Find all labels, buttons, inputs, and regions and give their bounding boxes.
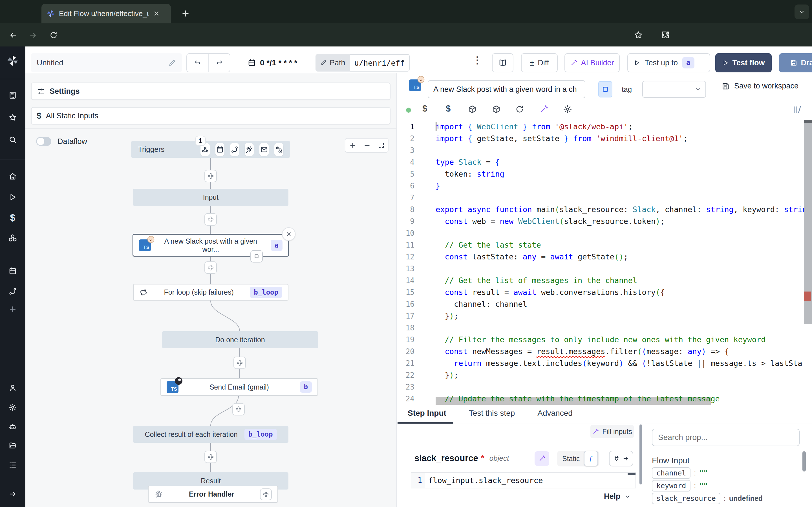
for-loop-node[interactable]: For loop (skip failures) b_loop [133,284,289,300]
path-chip[interactable]: Path [315,54,350,71]
websocket-trigger-button[interactable] [245,143,254,156]
input-node[interactable]: Input [133,189,289,206]
insert-step-button[interactable] [204,262,217,274]
route-trigger-button[interactable] [230,143,239,156]
schedules-calendar-icon[interactable] [8,267,17,275]
tab-search-button[interactable] [795,4,809,19]
delete-step-button[interactable] [282,227,296,241]
favorites-star-icon[interactable] [8,113,17,122]
cache-checkbox-button[interactable] [598,81,612,98]
prop-key[interactable]: slack_resource [652,493,720,504]
edit-pencil-icon[interactable] [168,59,176,67]
ai-builder-button[interactable]: AI Builder [564,53,620,72]
save-to-workspace-button[interactable]: Save to workspace [721,82,799,91]
more-menu-icon[interactable]: ⋮ [472,54,482,66]
insert-step-button[interactable] [204,451,217,463]
home-icon[interactable] [8,172,17,180]
step-b-node[interactable]: TS Send Email (gmail) b [160,378,318,396]
browser-tab[interactable]: Edit Flow u/henri/effective_un [42,4,171,23]
prop-key[interactable]: channel [652,467,691,479]
tab-step-input[interactable]: Step Input [408,409,446,418]
dollar-icon[interactable]: $ [422,104,427,114]
folders-icon[interactable] [8,441,17,450]
poll-trigger-button[interactable] [274,143,283,156]
user-icon[interactable] [8,384,17,392]
expression-editor[interactable]: 1 flow_input.slack_resource [411,472,636,489]
bookmark-star-icon[interactable] [634,31,643,40]
path-value: u/henri/eff [354,59,405,67]
insert-step-button[interactable] [232,403,245,415]
email-trigger-button[interactable] [259,143,268,156]
variables-dollar-icon[interactable]: $ [8,212,17,223]
add-error-handler-button[interactable] [260,489,272,500]
tab-close-icon[interactable] [153,10,160,17]
reload-icon[interactable] [49,31,58,40]
insert-step-button[interactable] [234,356,246,369]
schedule-summary[interactable]: 0 */1 * * * * [248,53,297,72]
redo-button[interactable] [209,54,230,72]
diff-button[interactable]: ±Diff [521,53,558,72]
package-icon[interactable] [468,105,477,114]
error-handler-node[interactable]: Error Handler [148,486,278,503]
step-a-badge: a [271,240,283,251]
tab-test-this-step[interactable]: Test this step [469,409,515,418]
workers-robot-icon[interactable] [8,422,17,431]
code-editor[interactable]: 123456789101112131415161718192021222324 … [397,120,812,405]
undo-button[interactable] [187,54,209,72]
collect-result-node[interactable]: Collect result of each iteration b_loop [133,426,289,443]
audit-logs-icon[interactable] [8,461,17,469]
windmill-logo[interactable] [6,54,19,67]
tag-select[interactable] [642,81,706,98]
connect-input-button[interactable] [609,451,633,466]
code-line: const result = await web.conversations.h… [436,286,665,298]
settings-gear-icon[interactable] [8,403,17,411]
routes-icon[interactable] [8,287,17,295]
new-tab-icon[interactable] [181,9,190,18]
triggers-node[interactable]: Triggers 1 [131,141,290,158]
insert-step-button[interactable] [204,170,217,182]
package-icon[interactable] [492,105,501,114]
insert-step-button[interactable] [204,213,217,226]
prop-key[interactable]: keyword [652,480,691,492]
extensions-puzzle-icon[interactable] [661,31,670,40]
test-flow-button[interactable]: Test flow [715,53,772,72]
forward-icon[interactable] [29,31,37,40]
props-scrollbar-thumb[interactable] [802,451,806,471]
static-expr-toggle[interactable]: Static ƒ [557,451,599,466]
search-icon[interactable] [8,135,17,144]
add-plus-icon[interactable] [8,305,17,314]
schedule-trigger-button[interactable] [215,143,224,156]
runs-play-icon[interactable] [8,193,17,202]
path-input[interactable]: u/henri/eff [350,54,410,71]
draft-button[interactable]: Draft [779,53,812,72]
pin-output-button[interactable] [250,250,263,263]
collapse-arrow-icon[interactable] [8,490,17,498]
prop-row[interactable]: keyword : "" [652,480,708,492]
test-up-to-button[interactable]: Test up to a [627,53,710,72]
fill-inputs-button[interactable]: Fill inputs [591,425,634,438]
form-scrollbar-thumb[interactable] [640,425,642,485]
reset-icon[interactable] [515,105,524,114]
flow-name-field[interactable]: Untitled [31,53,182,72]
search-prop-input[interactable] [652,429,800,446]
tab-advanced[interactable]: Advanced [538,409,573,418]
ai-suggest-button[interactable] [535,451,549,466]
for-loop-title: For loop (skip failures) [153,288,244,296]
back-icon[interactable] [9,31,17,40]
step-title-input[interactable] [428,80,585,98]
workspace-icon[interactable] [8,91,17,100]
do-one-iteration-node[interactable]: Do one iteration [162,331,318,348]
expr-mode-button[interactable]: ƒ [584,451,598,466]
help-toggle[interactable]: Help [604,492,631,501]
library-icon[interactable] [793,105,802,114]
step-a-node[interactable]: TS A new Slack post with a given wor... … [133,234,289,257]
dollar-icon[interactable]: $ [446,104,451,114]
ai-wand-icon[interactable] [539,105,548,114]
loop-icon [139,288,148,297]
gear-icon[interactable] [563,105,572,114]
prop-row[interactable]: slack_resource : undefined [652,493,763,504]
docs-book-button[interactable] [492,53,513,72]
prop-row[interactable]: channel : "" [652,467,708,479]
config-tabs: Step Input Test this step Advanced [408,409,573,418]
resources-cubes-icon[interactable] [8,234,17,242]
